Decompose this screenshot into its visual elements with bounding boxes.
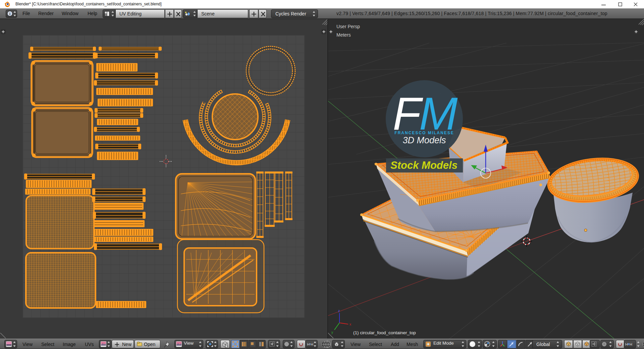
svg-text:3D Models: 3D Models <box>402 135 446 145</box>
svg-text:H: H <box>630 342 632 346</box>
svg-text:Stock Models: Stock Models <box>390 159 458 171</box>
svg-text:y: y <box>331 331 333 334</box>
svg-text:x: x <box>350 322 351 326</box>
svg-text:Open: Open <box>144 342 155 347</box>
svg-text:H: H <box>307 342 310 346</box>
svg-text:H: H <box>311 342 313 346</box>
svg-text:New: New <box>122 342 132 347</box>
svg-text:FRANCESCO MILANESE: FRANCESCO MILANESE <box>394 131 454 135</box>
svg-text:H: H <box>625 342 628 346</box>
svg-text:i: i <box>9 12 10 16</box>
svg-text:Meters: Meters <box>336 32 351 38</box>
svg-text:z: z <box>338 309 340 313</box>
svg-text:User Persp: User Persp <box>336 24 360 29</box>
svg-text:(1) circular_food_container_to: (1) circular_food_container_top <box>353 330 416 335</box>
